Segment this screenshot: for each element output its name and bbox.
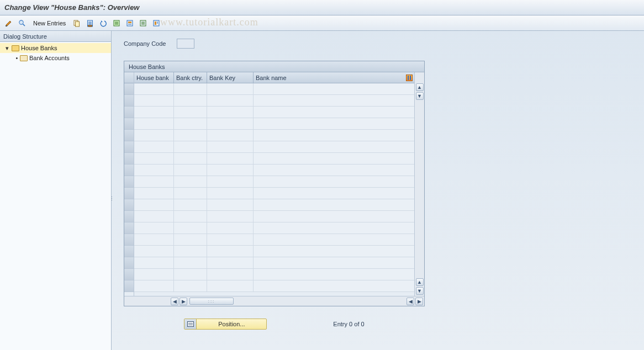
row-selector-column: [124, 72, 134, 296]
scroll-down-button[interactable]: ▼: [416, 287, 424, 295]
scroll-up-button[interactable]: ▲: [416, 83, 424, 91]
select-all-button[interactable]: [111, 18, 122, 29]
select-block-button[interactable]: [124, 18, 135, 29]
row-selector[interactable]: [124, 107, 134, 118]
scroll-left-button[interactable]: ◀: [171, 298, 178, 305]
body-area: Dialog Structure ▾ House Banks • Bank Ac…: [0, 31, 644, 350]
row-selector[interactable]: [124, 188, 134, 199]
tree-item-label: Bank Accounts: [29, 55, 70, 61]
grid-header-row: House bank Bank ctry. Bank Key Bank name: [134, 72, 414, 83]
scroll-left-step-button[interactable]: ◀: [407, 298, 414, 305]
position-button[interactable]: Position...: [184, 319, 267, 330]
company-code-input[interactable]: [177, 39, 194, 49]
table-panel-title: House Banks: [124, 61, 424, 72]
table-row[interactable]: [134, 107, 414, 118]
row-selector[interactable]: [124, 176, 134, 188]
copy-as-button[interactable]: [71, 18, 82, 29]
new-entries-label: New Entries: [33, 20, 66, 26]
row-selector-header[interactable]: [124, 72, 134, 83]
scroll-down-step-button[interactable]: ▼: [416, 92, 424, 100]
scroll-right-step-button[interactable]: ▶: [180, 298, 187, 305]
col-header-bank-key[interactable]: Bank Key: [207, 72, 254, 83]
table-config-button[interactable]: [404, 72, 414, 83]
undo-change-button[interactable]: [98, 18, 109, 29]
row-selector[interactable]: [124, 83, 134, 95]
col-header-bank-name[interactable]: Bank name: [254, 72, 404, 83]
row-selector[interactable]: [124, 257, 134, 269]
new-entries-button[interactable]: New Entries: [30, 18, 69, 29]
col-header-bank-ctry[interactable]: Bank ctry.: [174, 72, 207, 83]
toggle-display-change-button[interactable]: [3, 18, 14, 29]
row-selector[interactable]: [124, 130, 134, 141]
row-selector[interactable]: [124, 222, 134, 234]
table-row[interactable]: [134, 118, 414, 130]
svg-rect-22: [155, 22, 156, 25]
find-button[interactable]: [17, 18, 28, 29]
col-header-house-bank[interactable]: House bank: [134, 72, 174, 83]
table-row[interactable]: [134, 95, 414, 107]
table-row[interactable]: [134, 83, 414, 95]
footer-row: Position... Entry 0 of 0: [124, 319, 425, 330]
company-code-label: Company Code: [124, 40, 166, 47]
dialog-structure-sidebar: Dialog Structure ▾ House Banks • Bank Ac…: [0, 31, 112, 350]
row-selector[interactable]: [124, 211, 134, 222]
row-selector[interactable]: [124, 246, 134, 257]
row-selector[interactable]: [124, 234, 134, 246]
hscroll-thumb[interactable]: :::: [189, 298, 234, 305]
page-title: Change View "House Banks": Overview: [4, 3, 139, 12]
table-row[interactable]: [134, 130, 414, 141]
grid-rows: [134, 83, 414, 296]
row-selector[interactable]: [124, 199, 134, 211]
svg-line-2: [23, 24, 25, 26]
row-selector[interactable]: [124, 153, 134, 165]
page-title-bar: Change View "House Banks": Overview: [0, 0, 644, 15]
main-content: Company Code House Banks: [112, 31, 644, 350]
tree-item-bank-accounts[interactable]: • Bank Accounts: [0, 53, 111, 63]
tree-collapse-icon[interactable]: ▾: [4, 45, 10, 52]
house-banks-table-panel: House Banks: [124, 61, 425, 306]
deselect-all-button[interactable]: [138, 18, 149, 29]
row-selector[interactable]: [124, 95, 134, 107]
row-selector[interactable]: [124, 280, 134, 292]
table-row[interactable]: [134, 280, 414, 292]
table-row[interactable]: [134, 199, 414, 211]
watermark-text: www.tutorialkart.com: [160, 17, 258, 28]
table-row[interactable]: [134, 269, 414, 280]
table-row[interactable]: [134, 141, 414, 153]
vertical-scrollbar: ▲ ▼ ▲ ▼: [414, 72, 424, 296]
row-selector[interactable]: [124, 165, 134, 176]
print-preview-button[interactable]: [151, 18, 162, 29]
tree-item-house-banks[interactable]: ▾ House Banks: [0, 43, 111, 53]
svg-point-3: [19, 20, 23, 24]
company-code-field-row: Company Code: [124, 39, 636, 49]
sidebar-header: Dialog Structure: [0, 31, 111, 42]
svg-rect-0: [6, 25, 7, 26]
scroll-up-step-button[interactable]: ▲: [416, 278, 424, 286]
table-config-icon: [406, 75, 413, 81]
table-row[interactable]: [134, 176, 414, 188]
tree-bullet-icon: •: [15, 55, 18, 61]
table-row[interactable]: [134, 188, 414, 199]
row-selector[interactable]: [124, 141, 134, 153]
table-row[interactable]: [134, 234, 414, 246]
dialog-structure-tree: ▾ House Banks • Bank Accounts: [0, 42, 111, 350]
table-row[interactable]: [134, 211, 414, 222]
table-row[interactable]: [134, 165, 414, 176]
scroll-right-button[interactable]: ▶: [415, 298, 423, 305]
table-row[interactable]: [134, 153, 414, 165]
folder-closed-icon: [20, 55, 28, 61]
application-toolbar: New Entries www.tutorialkart.com: [0, 15, 644, 31]
horizontal-scrollbar: ◀ ▶ ::: ◀ ▶: [124, 296, 424, 306]
table-row[interactable]: [134, 222, 414, 234]
svg-rect-5: [76, 22, 80, 26]
svg-rect-15: [128, 22, 131, 23]
position-button-label: Position...: [197, 321, 266, 327]
delete-button[interactable]: [85, 18, 96, 29]
table-grid: House bank Bank ctry. Bank Key Bank name: [124, 72, 424, 296]
position-icon: [187, 321, 194, 327]
table-row[interactable]: [134, 257, 414, 269]
row-selector[interactable]: [124, 269, 134, 280]
table-row[interactable]: [134, 246, 414, 257]
folder-open-icon: [12, 45, 19, 51]
row-selector[interactable]: [124, 118, 134, 130]
